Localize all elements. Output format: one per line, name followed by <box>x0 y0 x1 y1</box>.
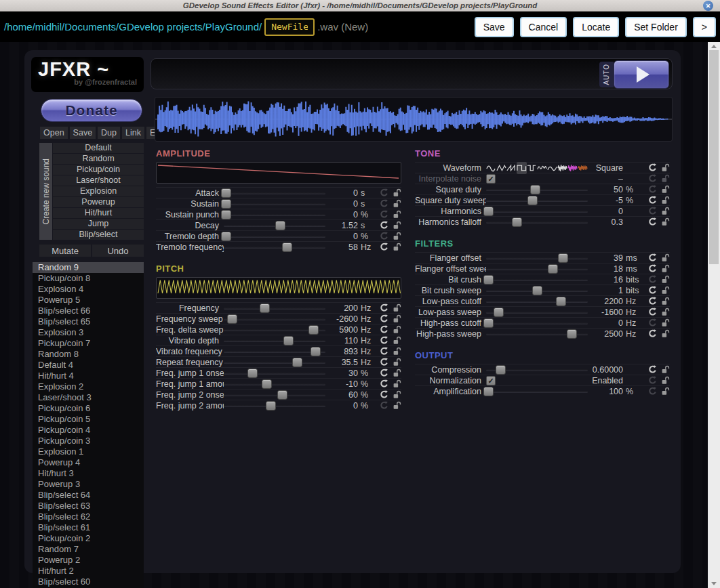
generator-default[interactable]: Default <box>53 143 144 153</box>
lock-icon[interactable] <box>393 210 401 219</box>
lock-icon[interactable] <box>393 379 401 388</box>
waveform-icon-whistle[interactable] <box>537 162 547 174</box>
checkbox-normalization[interactable]: ✓ <box>486 376 496 385</box>
slider-track[interactable] <box>486 211 588 213</box>
topbar-button-locate[interactable]: Locate <box>573 17 619 37</box>
waveform-icon-triangle[interactable] <box>496 162 506 174</box>
lock-icon[interactable] <box>661 286 670 295</box>
slider-track[interactable] <box>486 391 588 393</box>
scrollbar-up-icon[interactable] <box>711 45 717 48</box>
lock-icon[interactable] <box>661 365 670 374</box>
slider-track[interactable] <box>486 268 588 270</box>
generator-pickup-coin[interactable]: Pickup/coin <box>53 165 144 175</box>
generator-blip-select[interactable]: Blip/select <box>53 230 144 240</box>
lock-icon[interactable] <box>393 303 401 312</box>
slider-track[interactable] <box>486 257 588 259</box>
waveform-icon-tangent[interactable] <box>527 162 537 174</box>
slider-handle[interactable] <box>308 325 319 335</box>
slider-handle[interactable] <box>275 221 285 230</box>
lock-icon[interactable] <box>661 329 670 338</box>
slider-track[interactable] <box>486 222 588 224</box>
waveform-icon-breaker[interactable] <box>547 162 557 174</box>
library-item[interactable]: Explosion 3 <box>33 327 144 338</box>
library-item[interactable]: Hit/hurt 2 <box>33 566 144 576</box>
lock-icon[interactable] <box>393 232 401 240</box>
library-item[interactable]: Explosion 1 <box>33 446 144 457</box>
slider-handle[interactable] <box>227 314 237 324</box>
lock-icon[interactable] <box>393 358 401 366</box>
reset-icon[interactable] <box>648 376 657 385</box>
reset-icon[interactable] <box>380 369 388 377</box>
slider-track[interactable] <box>486 322 588 324</box>
file-action-dup[interactable]: Dup <box>98 127 120 139</box>
reset-icon[interactable] <box>380 210 388 219</box>
lock-icon[interactable] <box>661 308 670 316</box>
lock-icon[interactable] <box>661 174 670 183</box>
reset-icon[interactable] <box>648 217 657 226</box>
slider-track[interactable] <box>486 301 588 303</box>
slider-handle[interactable] <box>512 217 522 227</box>
lock-icon[interactable] <box>393 221 401 230</box>
slider-handle[interactable] <box>558 253 568 263</box>
waveform-icon-brownnoise[interactable] <box>578 162 588 174</box>
lock-icon[interactable] <box>393 390 401 399</box>
slider-track[interactable] <box>224 203 325 205</box>
lock-icon[interactable] <box>393 336 401 345</box>
filename-input[interactable] <box>264 18 315 36</box>
waveform-icon-sine[interactable] <box>486 162 496 174</box>
library-item[interactable]: Pickup/coin 5 <box>33 414 144 425</box>
topbar-button-cancel[interactable]: Cancel <box>520 17 567 37</box>
library-item[interactable]: Random 7 <box>33 544 144 555</box>
generator-jump[interactable]: Jump <box>53 219 144 229</box>
reset-icon[interactable] <box>380 390 388 399</box>
library-item[interactable]: Blip/select 61 <box>33 522 144 533</box>
slider-track[interactable] <box>224 214 325 216</box>
slider-handle[interactable] <box>247 369 258 378</box>
lock-icon[interactable] <box>661 217 670 226</box>
library-item[interactable]: Pickup/coin 4 <box>33 425 144 436</box>
reset-icon[interactable] <box>648 318 657 327</box>
waveform-icon-whitenoise[interactable] <box>557 162 567 174</box>
library-item[interactable]: Blip/select 63 <box>33 501 144 511</box>
mutate-button[interactable]: Mutate <box>39 245 91 257</box>
slider-handle[interactable] <box>567 329 577 339</box>
slider-handle[interactable] <box>221 199 231 209</box>
slider-handle[interactable] <box>311 347 321 356</box>
library-item[interactable]: Blip/select 62 <box>33 511 144 522</box>
library-item[interactable]: Powerup 4 <box>33 457 144 468</box>
lock-icon[interactable] <box>661 253 670 262</box>
lock-icon[interactable] <box>661 387 670 396</box>
slider-handle[interactable] <box>262 379 272 389</box>
library-item[interactable]: Hit/hurt 4 <box>33 371 144 381</box>
lock-icon[interactable] <box>393 199 401 208</box>
vertical-scrollbar[interactable] <box>708 42 720 588</box>
reset-icon[interactable] <box>648 308 657 316</box>
lock-icon[interactable] <box>393 347 401 356</box>
lock-icon[interactable] <box>393 401 401 410</box>
reset-icon[interactable] <box>380 314 388 323</box>
reset-icon[interactable] <box>648 163 657 172</box>
reset-icon[interactable] <box>648 253 657 262</box>
reset-icon[interactable] <box>380 188 388 197</box>
slider-handle[interactable] <box>483 318 494 328</box>
library-item[interactable]: Random 9 <box>33 262 144 273</box>
slider-handle[interactable] <box>530 185 540 194</box>
slider-handle[interactable] <box>277 390 287 400</box>
slider-track[interactable] <box>224 236 325 238</box>
slider-track[interactable] <box>486 279 588 281</box>
slider-handle[interactable] <box>532 286 542 295</box>
reset-icon[interactable] <box>648 185 657 194</box>
slider-track[interactable] <box>224 383 325 385</box>
library-item[interactable]: Hit/hurt 3 <box>33 468 144 479</box>
lock-icon[interactable] <box>661 207 670 215</box>
slider-handle[interactable] <box>221 188 231 198</box>
generator-hit-hurt[interactable]: Hit/hurt <box>53 208 144 218</box>
library-item[interactable]: Powerup 2 <box>33 555 144 566</box>
scrollbar-down-icon[interactable] <box>711 582 717 585</box>
reset-icon[interactable] <box>648 196 657 205</box>
library-item[interactable]: Explosion 2 <box>33 381 144 392</box>
library-item[interactable]: Pickup/coin 6 <box>33 403 144 414</box>
waveform-icon-square[interactable] <box>517 162 527 174</box>
close-icon[interactable]: ✕ <box>703 1 713 11</box>
library-item[interactable]: Pickup/coin 8 <box>33 273 144 284</box>
